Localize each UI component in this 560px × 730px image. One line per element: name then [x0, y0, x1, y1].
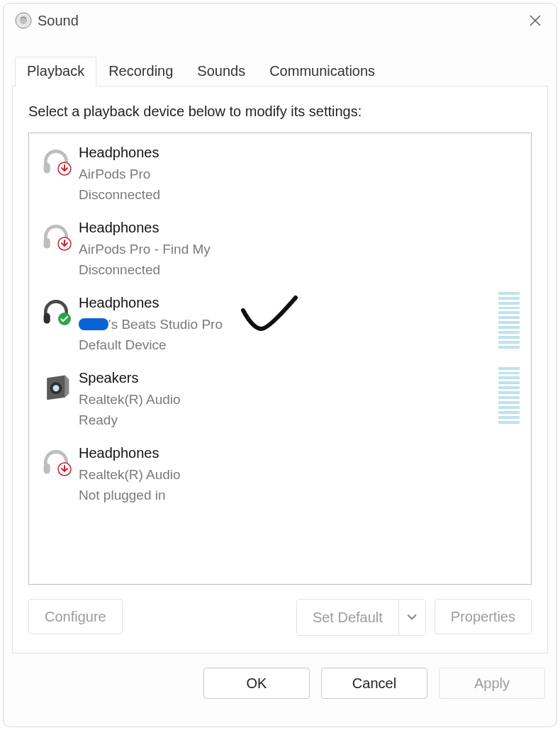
device-list[interactable]: Headphones AirPods Pro Disconnected: [28, 133, 532, 585]
titlebar: Sound: [4, 4, 556, 36]
dialog-button-row: OK Cancel Apply: [4, 653, 556, 710]
configure-button[interactable]: Configure: [28, 599, 123, 634]
properties-button[interactable]: Properties: [435, 599, 532, 634]
volume-meter: [498, 292, 520, 349]
device-description: Realtek(R) Audio: [79, 389, 181, 410]
device-name: Headphones: [79, 142, 160, 164]
tab-communications[interactable]: Communications: [257, 57, 387, 86]
device-name: Headphones: [79, 442, 181, 464]
svg-rect-4: [44, 163, 50, 174]
device-description: xxxx's Beats Studio Pro: [79, 314, 223, 335]
redacted-text: xxxx: [79, 318, 108, 330]
close-button[interactable]: [525, 11, 545, 30]
device-status: Default Device: [79, 335, 223, 355]
sound-dialog: Sound Playback Recording Sounds Communic…: [3, 3, 557, 727]
tab-strip: Playback Recording Sounds Communications: [15, 56, 556, 86]
tab-playback[interactable]: Playback: [15, 57, 96, 86]
svg-point-14: [52, 385, 59, 391]
tab-recording[interactable]: Recording: [96, 57, 185, 86]
device-row[interactable]: Headphones AirPods Pro Disconnected: [33, 137, 527, 213]
device-status: Disconnected: [79, 259, 211, 280]
arrow-down-badge-icon: [57, 162, 72, 176]
device-name: Headphones: [79, 292, 223, 314]
window-title: Sound: [38, 13, 525, 29]
device-description: AirPods Pro - Find My: [79, 239, 211, 259]
arrow-down-badge-icon: [57, 237, 72, 251]
check-badge-icon: [57, 312, 72, 326]
sound-icon: [15, 12, 32, 29]
device-name: Speakers: [79, 367, 181, 389]
device-row[interactable]: Headphones Realtek(R) Audio Not plugged …: [33, 438, 527, 513]
speaker-icon: [40, 371, 72, 403]
device-status: Not plugged in: [79, 485, 181, 505]
panel-button-row: Configure Set Default Properties: [28, 599, 532, 636]
svg-rect-10: [44, 313, 50, 324]
close-icon: [528, 13, 542, 28]
device-icon: [38, 367, 74, 403]
device-status: Disconnected: [79, 184, 160, 205]
chevron-down-icon: [407, 614, 417, 621]
device-icon: [38, 292, 74, 327]
set-default-dropdown[interactable]: [398, 600, 425, 635]
device-description: AirPods Pro: [79, 164, 160, 184]
svg-rect-15: [44, 463, 50, 473]
tab-panel-playback: Select a playback device below to modify…: [12, 86, 548, 653]
ok-button[interactable]: OK: [203, 668, 310, 699]
apply-button[interactable]: Apply: [439, 668, 545, 699]
set-default-button[interactable]: Set Default: [297, 600, 398, 635]
device-status: Ready: [79, 410, 181, 430]
device-icon: [38, 142, 74, 177]
tab-sounds[interactable]: Sounds: [185, 57, 257, 86]
device-row[interactable]: Headphones xxxx's Beats Studio Pro Defau…: [33, 288, 527, 363]
cancel-button[interactable]: Cancel: [321, 668, 427, 699]
device-row[interactable]: Headphones AirPods Pro - Find My Disconn…: [33, 213, 527, 288]
device-icon: [38, 217, 74, 252]
device-icon: [38, 442, 74, 478]
device-row[interactable]: Speakers Realtek(R) Audio Ready: [33, 363, 527, 438]
annotation-checkmark-icon: [239, 293, 303, 336]
instruction-text: Select a playback device below to modify…: [28, 103, 532, 120]
arrow-down-badge-icon: [57, 462, 72, 476]
svg-rect-7: [44, 238, 50, 249]
volume-meter: [498, 367, 520, 424]
device-name: Headphones: [79, 217, 211, 239]
set-default-split-button: Set Default: [296, 599, 426, 636]
device-description: Realtek(R) Audio: [79, 464, 181, 485]
